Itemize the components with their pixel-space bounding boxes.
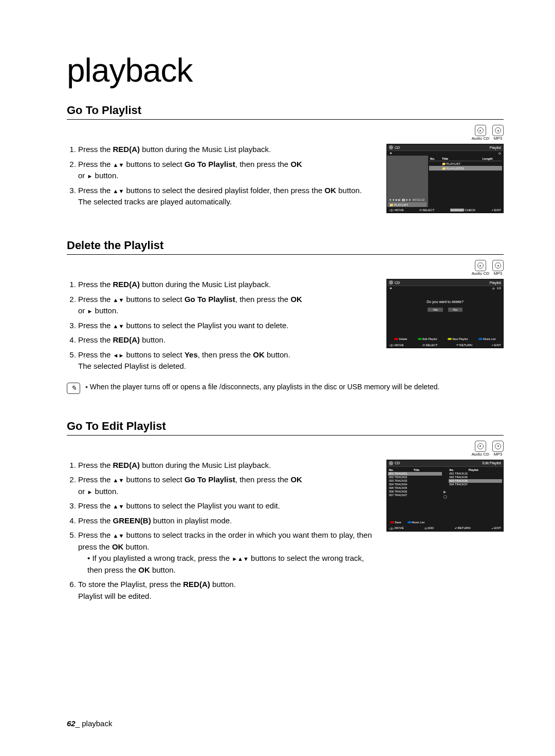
page-footer: 62_ playback [67,719,112,728]
osd-time: 00:02:22 [413,198,424,201]
mp3-icon: MP3 [492,441,504,457]
step-5: Press the buttons to select Yes, then pr… [78,349,376,372]
osd-footer: ◁▷ MOVE ⊙ SELECT MARKER CHECK ⤶ EXIT [387,207,503,213]
section-go-to-playlist: Go To Playlist Audio CD MP3 Press the RE… [67,104,504,213]
osd-transfer-arrows: ▶ [443,468,448,521]
steps-list: Press the RED(A) button during the Music… [67,460,376,606]
osd-right-list: No.Playlist 001 TRACK10 002 TRACK04 003 … [449,468,503,521]
step-3: Press the buttons to select the Playlist… [78,500,376,512]
step-2: Press the buttons to select Go To Playli… [78,159,376,182]
osd-source: CD [395,281,400,285]
disc-icons: Audio CD MP3 [67,125,504,141]
section-delete-playlist: Delete the Playlist Audio CD MP3 Press t… [67,239,504,394]
page-number: 62 [67,719,76,728]
audio-cd-label: Audio CD [472,136,489,141]
step-3: Press the buttons to select the desired … [78,185,376,208]
section-edit-playlist: Go To Edit Playlist Audio CD MP3 Press t… [67,420,504,606]
section-title: Go To Playlist [67,104,504,120]
osd-no-button: No [448,308,462,312]
osd-footer: ◁▷ MOVE ⊙ ADD ↶ RETURN ⤶ EXIT [387,525,503,531]
manual-page: playback Go To Playlist Audio CD MP3 Pre… [0,0,555,756]
section-title: Delete the Playlist [67,239,504,255]
osd-footer: ◁▷ MOVE ⊙ SELECT ↶ RETURN ⤶ EXIT [387,342,503,348]
osd-dialog-text: Do you want to delete? [390,300,500,304]
steps-list: Press the RED(A) button during the Music… [67,144,376,211]
osd-title: Edit Playlist [483,461,501,465]
osd-color-actions: Save Music List [387,521,503,524]
osd-left-pane: ◄◄ ■ ▶ ▮▮ ►► 00:02:22 📁 PLAYLIST [387,156,428,209]
osd-source: CD [395,146,400,149]
note-icon: ✎ [67,383,80,394]
osd-folder: PLAYLIST [394,203,409,206]
step-4: Press the GREEN(B) button in playlist mo… [78,515,376,527]
mp3-icon: MP3 [492,260,504,276]
note: ✎ When the player turns off or opens a f… [67,383,504,394]
section-title: Go To Edit Playlist [67,420,504,436]
step-1: Press the RED(A) button during the Music… [78,144,376,156]
disc-icons: Audio CD MP3 [67,441,504,457]
steps-list: Press the RED(A) button during the Music… [67,279,376,375]
step-3: Press the buttons to select the Playlist… [78,320,376,332]
step-2: Press the buttons to select Go To Playli… [78,294,376,317]
osd-source: CD [395,461,400,465]
mp3-icon: MP3 [492,125,504,141]
step-4: Press the RED(A) button. [78,334,376,346]
osd-screenshot-playlist: CDPlaylist ◄⟳ ◄◄ ■ ▶ ▮▮ ►► 00:02:22 📁 PL… [386,144,504,213]
osd-color-actions: Delete Edit Playlist New Playlist Music … [387,337,503,341]
step-1: Press the RED(A) button during the Music… [78,460,376,471]
osd-yes-button: Yes [428,308,443,312]
note-text: When the player turns off or opens a fil… [85,383,440,391]
step-5: Press the buttons to select tracks in th… [78,530,376,576]
step-2: Press the buttons to select Go To Playli… [78,474,376,497]
audio-cd-icon: Audio CD [472,125,489,141]
footer-label: playback [82,719,112,728]
osd-page: 1/2 [497,287,501,290]
osd-screenshot-delete: CDPlaylist ◄⟳1/2 Do you want to delete? … [386,279,504,348]
osd-title: Playlist [490,281,501,285]
osd-left-list: No.Title 001 TRACK01 002 TRACK02 003 TRA… [388,468,442,521]
osd-list: No.TitleLength 📁 PLAYLIST 📁 PLAYLIST01 [428,156,503,209]
mp3-label: MP3 [494,136,502,141]
audio-cd-icon: Audio CD [472,441,489,457]
chapter-title: playback [67,51,504,89]
audio-cd-icon: Audio CD [472,260,489,276]
osd-screenshot-edit: CDEdit Playlist No.Title 001 TRACK01 002… [386,460,504,532]
step-1: Press the RED(A) button during the Music… [78,279,376,291]
disc-icons: Audio CD MP3 [67,260,504,276]
osd-title: Playlist [490,146,501,149]
step-6: To store the Playlist, press the RED(A) … [78,579,376,602]
